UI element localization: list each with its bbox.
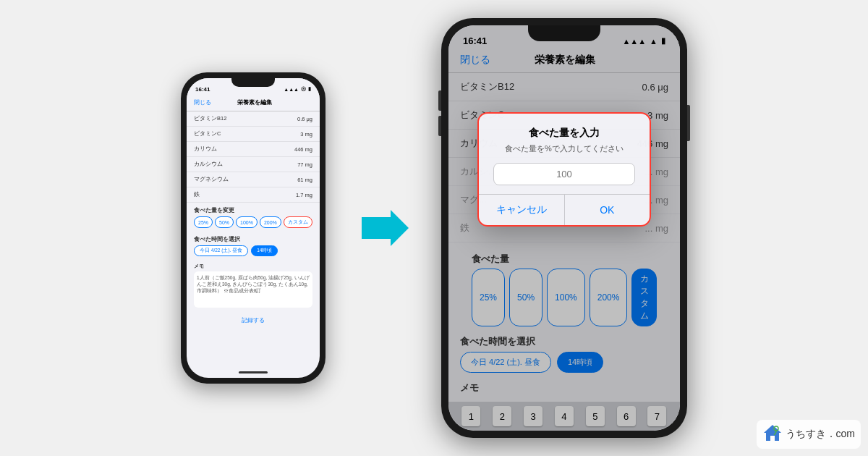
- dialog-cancel-button[interactable]: キャンセル: [479, 195, 565, 225]
- amount-btn-100[interactable]: 100%: [236, 216, 258, 228]
- signal-icon: ▲▲▲: [284, 87, 299, 92]
- volume-down-button: [438, 116, 441, 136]
- dialog-ok-button[interactable]: OK: [565, 195, 650, 225]
- list-item: ビタミンB12 0.6 μg: [187, 111, 320, 127]
- left-status-icons: ▲▲▲ ㋕ ▮: [284, 85, 311, 93]
- left-nav-title: 栄養素を編集: [237, 98, 272, 106]
- left-screen: 16:41 ▲▲▲ ㋕ ▮ 閉じる 栄養素を編集 ビタミンB12 0.6 μg …: [187, 78, 320, 378]
- svg-marker-0: [362, 210, 409, 246]
- amount-btn-50[interactable]: 50%: [215, 216, 234, 228]
- power-button: [687, 105, 690, 141]
- left-memo-text: 1人前（ご飯250g, 原ばら肉50g, 油揚げ25g, いんげんこ差和え30g…: [194, 271, 312, 308]
- house-icon: [762, 423, 783, 446]
- svg-marker-1: [764, 425, 781, 441]
- left-time: 16:41: [195, 86, 210, 93]
- left-register-button[interactable]: 記録する: [187, 311, 320, 330]
- list-item: カリウム 446 mg: [187, 142, 320, 157]
- watermark-text: うちすき．com: [786, 428, 855, 441]
- left-notch: [231, 78, 275, 87]
- arrow-container: [354, 206, 412, 250]
- left-phone: 16:41 ▲▲▲ ㋕ ▮ 閉じる 栄養素を編集 ビタミンB12 0.6 μg …: [181, 72, 326, 384]
- left-amount-section-title: 食べた量を変更: [187, 203, 320, 216]
- wifi-icon: ㋕: [301, 85, 306, 93]
- list-item: ビタミンC 3 mg: [187, 127, 320, 142]
- list-item: マグネシウム 61 mg: [187, 172, 320, 187]
- right-phone: 16:41 ▲▲▲ ▲ ▮ 閉じる 栄養素を編集 ビタミンB12 0.6 μg …: [441, 18, 687, 438]
- list-item: カルシウム 77 mg: [187, 157, 320, 172]
- left-home-bar: [239, 371, 268, 373]
- left-hour-button[interactable]: 14時頃: [251, 245, 278, 256]
- left-memo-label: メモ: [194, 263, 312, 270]
- dialog-buttons: キャンセル OK: [479, 194, 650, 225]
- amount-btn-custom[interactable]: カスタム: [284, 216, 312, 228]
- left-amount-buttons: 25% 50% 100% 200% カスタム: [187, 216, 320, 232]
- volume-up-button: [438, 90, 441, 111]
- amount-btn-25[interactable]: 25%: [194, 216, 213, 228]
- left-nav-bar: 閉じる 栄養素を編集: [187, 96, 320, 111]
- dialog-input[interactable]: [493, 163, 635, 185]
- input-dialog: 食べた量を入力 食べた量を%で入力してください キャンセル OK: [477, 112, 651, 227]
- list-item: 鉄 1.7 mg: [187, 187, 320, 203]
- left-time-section: 今日 4/22 (土). 昼食 14時頃: [187, 245, 320, 260]
- left-close-button[interactable]: 閉じる: [194, 98, 211, 106]
- dialog-body: 食べた量を入力 食べた量を%で入力してください: [479, 114, 650, 194]
- arrow-icon: [354, 206, 412, 250]
- dialog-title: 食べた量を入力: [493, 127, 635, 140]
- left-time-section-title: 食べた時間を選択: [187, 232, 320, 245]
- watermark: うちすき．com: [757, 420, 861, 449]
- left-nutrients-list: ビタミンB12 0.6 μg ビタミンC 3 mg カリウム 446 mg カル…: [187, 111, 320, 203]
- dialog-overlay: 食べた量を入力 食べた量を%で入力してください キャンセル OK: [448, 25, 680, 431]
- amount-btn-200[interactable]: 200%: [260, 216, 281, 228]
- battery-icon: ▮: [308, 86, 311, 92]
- left-date-button[interactable]: 今日 4/22 (土). 昼食: [194, 245, 248, 256]
- dialog-subtitle: 食べた量を%で入力してください: [493, 143, 635, 154]
- left-memo-section: メモ 1人前（ご飯250g, 原ばら肉50g, 油揚げ25g, いんげんこ差和え…: [187, 260, 320, 311]
- right-screen: 16:41 ▲▲▲ ▲ ▮ 閉じる 栄養素を編集 ビタミンB12 0.6 μg …: [448, 25, 680, 431]
